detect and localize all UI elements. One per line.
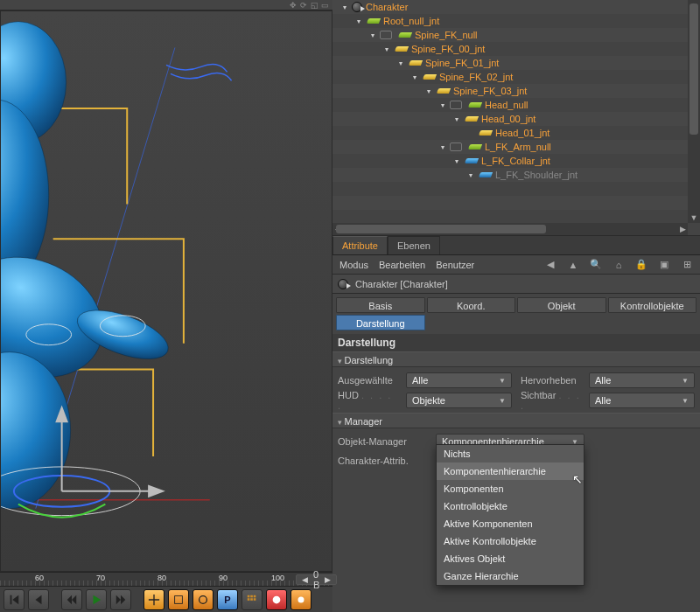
mode-objekt[interactable]: Objekt	[517, 297, 606, 313]
tree-row[interactable]: ▾Spine_FK_null	[332, 28, 688, 42]
tree-row[interactable]: ▾Root_null_jnt	[332, 14, 688, 28]
tree-row[interactable]: ▾Charakter	[332, 0, 688, 14]
timeline-ruler[interactable]: 60 70 80 90 100 ◀0 B▶	[0, 572, 332, 586]
tree-twist-icon[interactable]: ▾	[438, 100, 448, 110]
mode-basis[interactable]: Basis	[336, 297, 425, 313]
snap-grid-icon[interactable]	[168, 589, 189, 610]
tree-row[interactable]: ▾Spine_FK_01_jnt	[332, 56, 688, 70]
tree-row[interactable]: ▾Head_null	[332, 98, 688, 112]
search-icon[interactable]: 🔍	[590, 259, 602, 271]
scrollbar-vertical[interactable]: ▲ ▼	[688, 0, 700, 223]
tree-twist-icon[interactable]: ▾	[382, 44, 392, 54]
tree-label: Head_01_jnt	[495, 128, 550, 138]
combo-sichtbar[interactable]: Alle▼	[589, 393, 695, 408]
rotate-tool-icon[interactable]	[192, 589, 214, 610]
tree-twist-icon[interactable]: ▾	[424, 86, 434, 96]
section-hdr-darstellung[interactable]: Darstellung	[332, 351, 700, 367]
key-icon[interactable]	[290, 589, 312, 610]
tab-attribute[interactable]: Attribute	[332, 236, 388, 254]
nav-back-icon[interactable]: ◀	[544, 259, 556, 271]
tick: 80	[158, 574, 166, 582]
tree-row[interactable]: ▾Spine_FK_00_jnt	[332, 42, 688, 56]
dropdown-item[interactable]: Ganze Hierarchie	[437, 567, 584, 585]
lock-icon[interactable]: 🔒	[635, 259, 648, 271]
tab-ebenen[interactable]: Ebenen	[388, 236, 440, 254]
dropdown-item[interactable]: Komponenten	[437, 480, 584, 497]
mode-koord[interactable]: Koord.	[427, 297, 516, 313]
scrollbar-horizontal[interactable]: ◀ ▶	[332, 223, 688, 235]
menu-bearbeiten[interactable]: Bearbeiten	[379, 260, 425, 270]
dropdown-item[interactable]: Aktive Kontrollobjekte	[437, 532, 584, 550]
object-manager-tree[interactable]: ▾Charakter▾Root_null_jnt▾Spine_FK_null▾S…	[332, 0, 700, 236]
menu-benutzer[interactable]: Benutzer	[436, 260, 474, 270]
park-icon[interactable]: P	[217, 589, 238, 610]
tree-row[interactable]: ▾Spine_FK_02_jnt	[332, 70, 688, 84]
dropdown-item[interactable]: Kontrollobjekte	[437, 497, 584, 515]
play-button[interactable]	[86, 589, 107, 610]
tree-twist-icon[interactable]	[466, 128, 476, 138]
tree-label: Spine_FK_02_jnt	[439, 72, 513, 82]
tree-twist-icon[interactable]: ▾	[340, 2, 350, 12]
bone-icon	[479, 130, 493, 136]
scroll-right-icon[interactable]: ▶	[677, 224, 688, 234]
dropdown-item[interactable]: Nichts	[437, 445, 584, 462]
tree-row[interactable]: ▾L_FK_Shoulder_jnt	[332, 168, 688, 182]
scroll-down-icon[interactable]: ▼	[689, 212, 699, 223]
viewport-3d[interactable]	[0, 10, 332, 572]
combo-ausgewaehlte[interactable]: Alle▼	[406, 372, 512, 388]
chevron-down-icon: ▼	[682, 397, 689, 405]
tree-label: Head_00_jnt	[481, 114, 536, 124]
prev-frame-button[interactable]	[28, 589, 49, 610]
mode-kontrollobjekte[interactable]: Kontrollobjekte	[608, 297, 697, 313]
tree-twist-icon[interactable]: ▾	[466, 170, 476, 180]
menu-modus[interactable]: Modus	[340, 260, 368, 270]
dropdown-item[interactable]: Komponentenhierarchie	[437, 462, 584, 480]
tree-twist-icon[interactable]: ▾	[368, 30, 378, 40]
frame-icon[interactable]: ▭	[320, 1, 329, 10]
tree-row[interactable]: ▾L_FK_Collar_jnt	[332, 154, 688, 168]
grid-icon[interactable]	[242, 589, 262, 610]
scale-icon[interactable]: ◱	[310, 1, 318, 10]
dropdown-item[interactable]: Aktive Komponenten	[437, 515, 584, 532]
svg-rect-20	[248, 598, 250, 601]
move-icon[interactable]: ✥	[289, 1, 298, 10]
section-hdr-manager[interactable]: Manager	[332, 413, 700, 428]
frame-field[interactable]: ◀0 B▶	[296, 574, 337, 585]
tree-twist-icon[interactable]: ▾	[452, 114, 462, 124]
new-icon[interactable]: ▣	[658, 259, 670, 271]
svg-point-24	[298, 596, 304, 602]
label-hud: HUD . . . . .	[338, 390, 401, 411]
bone-icon	[367, 18, 381, 24]
svg-rect-21	[250, 598, 253, 601]
tree-twist-icon[interactable]: ▾	[354, 16, 364, 26]
first-frame-button[interactable]	[4, 589, 24, 610]
tree-row[interactable]: Head_01_jnt	[332, 126, 688, 140]
tree-twist-icon[interactable]: ▾	[396, 58, 406, 68]
tick: 90	[219, 574, 228, 582]
chevron-down-icon: ▼	[499, 397, 506, 405]
tree-twist-icon[interactable]: ▾	[410, 72, 420, 82]
combo-hervorheben[interactable]: Alle▼	[589, 372, 695, 388]
tree-row[interactable]: ▾L_FK_Arm_null	[332, 140, 688, 154]
bone-icon	[437, 88, 451, 94]
mode-darstellung[interactable]: Darstellung	[336, 315, 425, 330]
tree-twist-icon[interactable]: ▾	[438, 142, 448, 152]
svg-rect-19	[254, 595, 256, 597]
add-icon[interactable]: ⊞	[681, 259, 693, 271]
nav-up-icon[interactable]: ▲	[567, 259, 579, 271]
home-icon[interactable]: ⌂	[612, 259, 625, 271]
dropdown-objekt-manager[interactable]: NichtsKomponentenhierarchieKomponentenKo…	[436, 444, 584, 586]
dropdown-item[interactable]: Aktives Objekt	[437, 550, 584, 567]
tree-row[interactable]: ▾Spine_FK_03_jnt	[332, 84, 688, 98]
next-key-button[interactable]	[110, 589, 131, 610]
axis-move-icon[interactable]	[144, 589, 164, 610]
scrollbar-thumb[interactable]	[336, 225, 546, 233]
combo-hud[interactable]: Objekte▼	[406, 393, 512, 408]
bone-icon	[465, 116, 479, 122]
prev-key-button[interactable]	[61, 589, 82, 610]
record-icon[interactable]	[266, 589, 287, 610]
tree-twist-icon[interactable]: ▾	[452, 156, 462, 166]
scrollbar-thumb[interactable]	[690, 3, 698, 135]
tree-row[interactable]: ▾Head_00_jnt	[332, 112, 688, 126]
rotate-icon[interactable]: ⟳	[299, 1, 308, 10]
